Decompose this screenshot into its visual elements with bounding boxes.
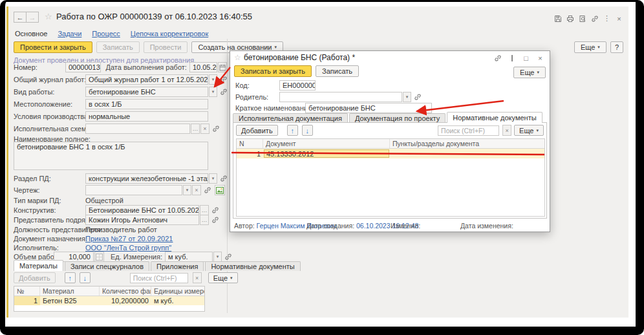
author-label: Автор: — [234, 222, 255, 230]
back-button[interactable]: ← — [14, 12, 27, 23]
conditions-input[interactable]: нормальные — [85, 111, 208, 122]
docs-toolbar: Добавить ↑ ↓ — [236, 125, 313, 136]
choose-icon[interactable]: … — [191, 124, 200, 134]
post-close-button[interactable]: Провести и закрыть — [14, 41, 92, 53]
field-drawing: Чертеж: ▾ × — [14, 185, 225, 195]
tab-special-journals[interactable]: Записи спецжурналов — [65, 261, 149, 271]
field-journal: Общий журнал работ: Общий журнал работ 1… — [14, 74, 228, 85]
favorite-star-icon[interactable]: ☆ — [45, 12, 52, 21]
journal-input[interactable]: Общий журнал работ 1 от 12.05.2022 11:33… — [85, 74, 208, 85]
document-edit-cell[interactable]: 45.13330.2012 — [264, 149, 389, 158]
move-down-button[interactable]: ↓ — [80, 272, 91, 283]
chevron-down-icon[interactable]: ▾ — [209, 87, 217, 97]
get-link-icon[interactable] — [493, 54, 502, 62]
help-button[interactable]: ? — [610, 41, 623, 53]
chevron-down-icon[interactable]: ▾ — [209, 173, 217, 184]
docs-toolbar-right: × Еще▾ — [438, 125, 544, 136]
field-parent: Родитель: ▾ — [235, 92, 422, 102]
nav-item-process[interactable]: Процесс — [92, 30, 120, 38]
materials-more-button[interactable]: Еще▾ — [208, 272, 238, 283]
tab-exec-documentation[interactable]: Исполнительная документация — [233, 113, 348, 123]
field-pd-section: Раздел ПД: конструкции железобетонные -1… — [14, 173, 228, 184]
post-button[interactable]: Провести — [144, 41, 188, 53]
choose-icon[interactable]: … — [200, 205, 209, 215]
assign-doc-link[interactable]: Приказ №27 от 20.09.2021 — [85, 235, 173, 243]
docs-search-input[interactable] — [438, 125, 499, 136]
pin-icon[interactable] — [508, 54, 516, 62]
move-down-button[interactable]: ↓ — [302, 125, 313, 136]
clear-icon[interactable]: × — [200, 124, 209, 134]
dialog-more-button[interactable]: Еще▾ — [513, 67, 546, 78]
date-input[interactable]: 10.05.2022 — [189, 62, 217, 72]
tab-normative-documents[interactable]: Нормативные документы — [447, 112, 542, 123]
full-name-textarea[interactable]: бетонирование БНС 1 в осях 1/Б — [14, 142, 208, 170]
location-input[interactable]: в осях 1/Б — [85, 99, 208, 109]
close-icon[interactable]: × — [615, 14, 623, 23]
more-dots-icon[interactable]: ⋮ — [603, 14, 611, 23]
nav-item-main[interactable]: Основное — [15, 30, 47, 38]
chevron-down-icon: ▾ — [597, 45, 600, 50]
docs-header: N Документ Пункты/разделы документа — [237, 139, 544, 149]
dialog-tab-bar: Исполнительная документация Документация… — [233, 112, 542, 123]
picture-button[interactable] — [215, 185, 225, 195]
exec-scheme-input[interactable] — [85, 124, 190, 134]
executor-link[interactable]: ООО "ЛенТа Строй групп" — [85, 244, 171, 252]
tab-project-documentation[interactable]: Документация по проекту — [349, 113, 445, 123]
maximize-icon[interactable]: □ — [522, 54, 530, 62]
open-link-icon[interactable] — [211, 206, 219, 214]
forward-button[interactable]: → — [26, 12, 39, 23]
move-up-button[interactable]: ↑ — [287, 125, 298, 136]
constructive-input[interactable]: Бетонирование БНС от 10.05.2022 — [85, 205, 199, 215]
calendar-icon[interactable] — [218, 62, 227, 72]
drawing-input[interactable] — [85, 185, 182, 195]
more-button[interactable]: Еще▾ — [574, 41, 606, 53]
preview-icon[interactable] — [578, 14, 586, 23]
created-label: Дата создания: — [306, 222, 354, 230]
open-link-icon[interactable] — [204, 186, 211, 194]
table-row[interactable]: 1 Бетон В25 10,2000000 м куб. — [14, 296, 204, 305]
nav-item-corrections[interactable]: Цепочка корректировок — [131, 30, 208, 38]
open-link-icon[interactable] — [212, 125, 220, 133]
pd-section-input[interactable]: конструкции железобетонные -1 этажа — [85, 173, 208, 184]
chevron-down-icon[interactable]: ▾ — [209, 74, 217, 85]
table-row[interactable]: 1 45.13330.2012 — [237, 149, 544, 158]
chevron-down-icon[interactable]: ▾ — [183, 185, 191, 195]
docs-more-button[interactable]: Еще▾ — [514, 125, 544, 136]
arrow-up-icon: ↑ — [68, 274, 72, 282]
materials-search-input[interactable] — [130, 273, 188, 283]
chevron-down-icon[interactable]: ▾ — [403, 92, 411, 102]
tab-materials[interactable]: Материалы — [14, 260, 63, 271]
get-link-icon[interactable] — [590, 14, 599, 23]
contractor-rep-input[interactable]: Кожин Игорь Антонович — [85, 215, 199, 225]
save-icon[interactable] — [553, 14, 562, 23]
open-link-icon[interactable] — [220, 76, 228, 83]
clear-icon[interactable]: × — [192, 185, 201, 195]
docs-table: N Документ Пункты/разделы документа 1 45… — [236, 138, 545, 217]
clear-search-icon[interactable]: × — [502, 125, 511, 136]
parent-input[interactable] — [279, 92, 402, 102]
clear-search-icon[interactable]: × — [193, 272, 202, 283]
modified-label: Дата изменения: — [460, 222, 513, 230]
open-link-icon[interactable] — [220, 88, 228, 96]
add-button[interactable]: Добавить — [14, 272, 56, 283]
field-number: Номер: 000000139 Дата выполнения работ: … — [14, 62, 227, 72]
code-input[interactable]: ЕН0000002 — [279, 80, 316, 91]
open-link-icon[interactable] — [211, 216, 219, 224]
close-icon[interactable]: × — [536, 54, 544, 62]
print-icon[interactable] — [566, 14, 574, 23]
nav-item-tasks[interactable]: Задачи — [58, 30, 81, 38]
open-link-icon[interactable] — [414, 93, 422, 101]
favorite-star-icon[interactable]: ☆ — [234, 53, 241, 62]
work-type-input[interactable]: бетонирование БНС — [85, 87, 208, 97]
add-button[interactable]: Добавить — [236, 125, 278, 136]
open-link-icon[interactable] — [220, 175, 228, 182]
tab-attachments[interactable]: Приложения — [151, 261, 204, 271]
number-input[interactable]: 000000139 — [65, 62, 101, 72]
choose-icon[interactable]: … — [200, 215, 209, 225]
save-close-button[interactable]: Записать и закрыть — [234, 65, 312, 77]
tab-normative-docs[interactable]: Нормативные документы — [205, 261, 300, 271]
save-button[interactable]: Записать — [316, 65, 359, 77]
chevron-down-icon: ▾ — [275, 45, 277, 50]
move-up-button[interactable]: ↑ — [65, 272, 76, 283]
save-button[interactable]: Записать — [96, 41, 140, 53]
